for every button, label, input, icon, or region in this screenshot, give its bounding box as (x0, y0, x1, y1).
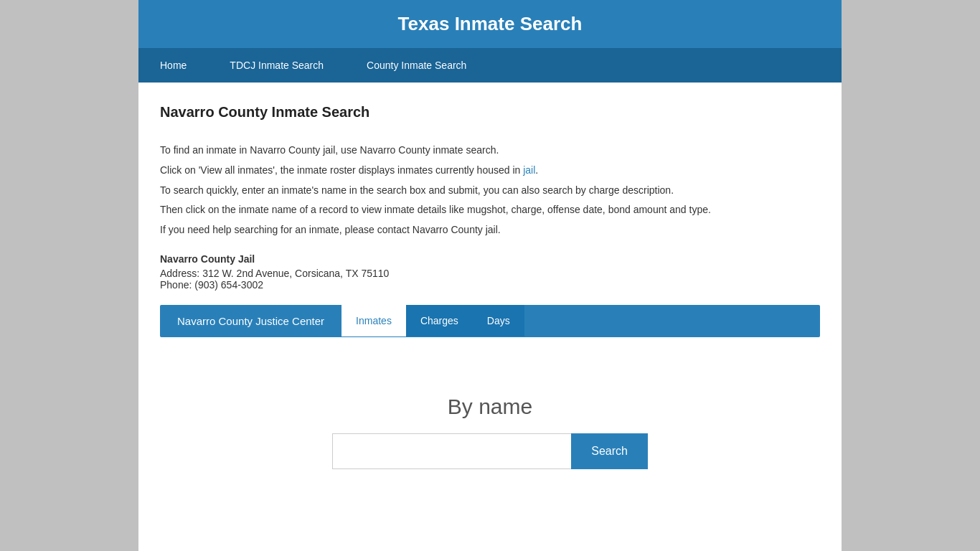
tab-inmates[interactable]: Inmates (341, 305, 406, 336)
tab-charges[interactable]: Charges (406, 305, 473, 336)
tab-days[interactable]: Days (473, 305, 524, 336)
nav-tdcj[interactable]: TDCJ Inmate Search (208, 48, 345, 83)
site-header: Texas Inmate Search (138, 0, 842, 48)
site-title: Texas Inmate Search (153, 13, 827, 35)
jail-name: Navarro County Jail (160, 253, 820, 265)
jail-address: Address: 312 W. 2nd Avenue, Corsicana, T… (160, 268, 820, 279)
page-wrapper: Texas Inmate Search Home TDCJ Inmate Sea… (138, 0, 842, 551)
search-section: By name Search (138, 366, 842, 491)
nav-home[interactable]: Home (138, 48, 208, 83)
search-heading: By name (160, 395, 820, 419)
desc-line2-link[interactable]: jail (523, 164, 535, 176)
search-button[interactable]: Search (571, 433, 648, 469)
tab-bar-title: Navarro County Justice Center (160, 305, 341, 337)
page-heading: Navarro County Inmate Search (160, 104, 820, 121)
desc-line3: To search quickly, enter an inmate's nam… (160, 182, 820, 199)
main-content: Navarro County Inmate Search To find an … (138, 83, 842, 366)
description-block: To find an inmate in Navarro County jail… (160, 142, 820, 239)
desc-line4: Then click on the inmate name of a recor… (160, 202, 820, 219)
nav-county[interactable]: County Inmate Search (345, 48, 488, 83)
search-form: Search (332, 433, 648, 469)
tab-bar: Navarro County Justice Center Inmates Ch… (160, 305, 820, 337)
desc-line2-text: Click on 'View all inmates', the inmate … (160, 164, 523, 176)
main-nav: Home TDCJ Inmate Search County Inmate Se… (138, 48, 842, 83)
desc-line2: Click on 'View all inmates', the inmate … (160, 162, 820, 179)
search-input[interactable] (332, 433, 571, 469)
jail-phone: Phone: (903) 654-3002 (160, 279, 820, 291)
desc-line5: If you need help searching for an inmate… (160, 222, 820, 239)
jail-info: Navarro County Jail Address: 312 W. 2nd … (160, 253, 820, 291)
desc-line1: To find an inmate in Navarro County jail… (160, 142, 820, 159)
